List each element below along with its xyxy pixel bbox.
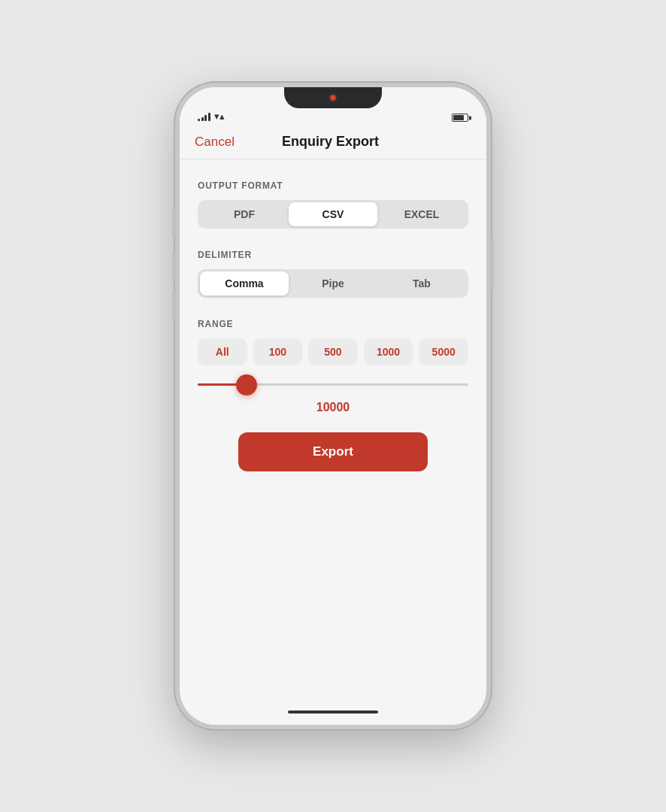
page-title: Enquiry Export: [282, 134, 379, 150]
slider-container: [198, 383, 468, 386]
delimiter-control: Comma Pipe Tab: [198, 269, 468, 298]
slider-thumb[interactable]: [236, 374, 257, 395]
format-pdf-button[interactable]: PDF: [200, 202, 289, 226]
battery-group: [452, 114, 468, 122]
notch: [284, 87, 382, 108]
range-500-button[interactable]: 500: [308, 338, 358, 365]
range-100-button[interactable]: 100: [253, 338, 303, 365]
signal-group: ▾▴: [198, 111, 225, 122]
range-5000-button[interactable]: 5000: [419, 338, 468, 365]
delimiter-comma-button[interactable]: Comma: [200, 271, 289, 295]
phone-frame: ▾▴ Cancel Enquiry Export OUTPUT FORMAT P…: [175, 83, 491, 729]
status-bar: ▾▴: [180, 87, 486, 126]
phone-screen: ▾▴ Cancel Enquiry Export OUTPUT FORMAT P…: [180, 87, 486, 725]
export-button[interactable]: Export: [238, 432, 428, 471]
nav-bar: Cancel Enquiry Export: [180, 126, 486, 159]
slider-value: 10000: [198, 401, 468, 414]
format-excel-button[interactable]: EXCEL: [377, 202, 466, 226]
signal-icon: [198, 112, 210, 121]
wifi-icon: ▾▴: [214, 111, 225, 122]
battery-fill: [453, 115, 464, 120]
range-control: All 100 500 1000 5000: [198, 338, 468, 365]
home-indicator: [180, 699, 486, 725]
delimiter-pipe-button[interactable]: Pipe: [289, 271, 377, 295]
camera-icon: [328, 93, 338, 102]
slider-track: [198, 383, 468, 386]
delimiter-tab-button[interactable]: Tab: [377, 271, 466, 295]
output-format-control: PDF CSV EXCEL: [198, 200, 468, 229]
battery-icon: [452, 114, 468, 122]
range-1000-button[interactable]: 1000: [364, 338, 413, 365]
home-bar: [288, 710, 378, 714]
range-all-button[interactable]: All: [198, 338, 247, 365]
content-area: OUTPUT FORMAT PDF CSV EXCEL DELIMITER Co…: [180, 159, 486, 699]
range-label: RANGE: [198, 319, 468, 329]
cancel-button[interactable]: Cancel: [195, 135, 235, 150]
output-format-label: OUTPUT FORMAT: [198, 180, 468, 191]
format-csv-button[interactable]: CSV: [289, 202, 377, 226]
delimiter-label: DELIMITER: [198, 250, 468, 260]
